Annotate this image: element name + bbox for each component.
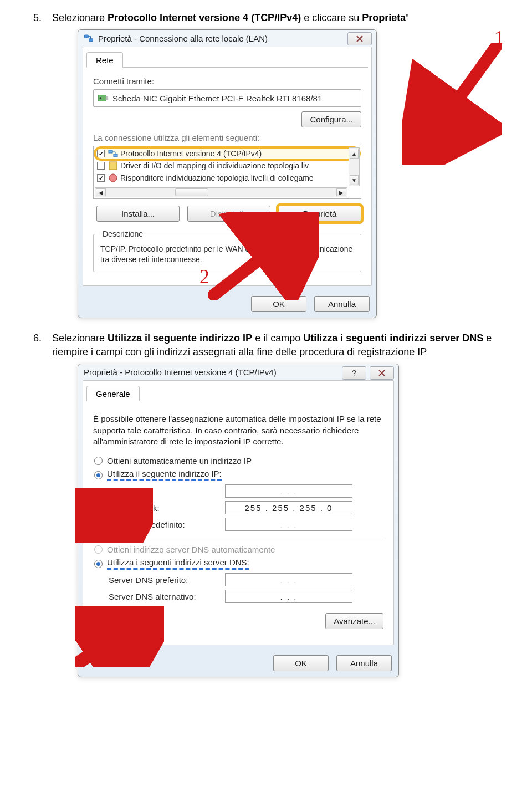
list-item-label: Driver di I/O del mapping di individuazi… — [120, 161, 309, 170]
tcpip-properties-dialog: Proprietà - Protocollo Internet versione… — [78, 364, 399, 677]
subnet-mask-input[interactable]: 255 . 255 . 255 . 0 — [225, 501, 352, 514]
gateway-row: Gateway predefinito: . . . — [109, 518, 383, 531]
separator — [93, 539, 383, 539]
checkbox-icon[interactable] — [97, 150, 105, 157]
radio-icon[interactable] — [94, 471, 103, 479]
advanced-button[interactable]: Avanzate... — [325, 613, 383, 629]
radio-auto-dns-row: Ottieni indirizzo server DNS automaticam… — [94, 545, 383, 554]
subnet-mask-row: Subnet mask: 255 . 255 . 255 . 0 — [109, 501, 383, 514]
scroll-track[interactable] — [106, 188, 336, 197]
lan-properties-dialog: Proprietà - Connessione alla rete locale… — [78, 29, 377, 318]
radio-label: Utilizza i seguenti indirizzi server DNS… — [107, 558, 249, 570]
dialog-title: Proprietà - Protocollo Internet versione… — [84, 367, 277, 377]
subnet-mask-label: Subnet mask: — [109, 503, 225, 513]
step-5-text: Selezionare Protocollo Internet versione… — [52, 11, 408, 25]
list-item-driverio[interactable]: Driver di I/O del mapping di individuazi… — [95, 160, 360, 172]
properties-button[interactable]: Proprietà — [278, 206, 361, 222]
checkbox-icon[interactable] — [97, 174, 105, 182]
uninstall-button: Disinstalla — [187, 206, 270, 222]
radio-auto-ip-row[interactable]: Ottieni automaticamente un indirizzo IP — [94, 456, 383, 466]
vertical-scrollbar[interactable]: ▲ ▼ — [349, 147, 360, 186]
step-6-text: Selezionare Utilizza il seguente indiriz… — [52, 331, 499, 359]
horizontal-scrollbar[interactable]: ◀ ▶ — [95, 187, 347, 197]
dialog-2-wrapper: Proprietà - Protocollo Internet versione… — [78, 364, 499, 677]
svg-rect-1 — [89, 39, 93, 42]
items-label: La connessione utilizza gli elementi seg… — [93, 133, 361, 142]
svg-point-4 — [100, 97, 102, 99]
dns-preferred-input[interactable]: . . . — [225, 573, 352, 586]
ip-address-row: Indirizzo IP: . . . — [109, 484, 383, 498]
titlebar: Proprietà - Protocollo Internet versione… — [78, 364, 398, 380]
tab-row: Rete — [86, 52, 368, 68]
list-item-label: Risponditore individuazione topologia li… — [120, 173, 314, 182]
ok-cancel-row: OK Annulla — [78, 650, 398, 677]
radio-manual-dns-row[interactable]: Utilizza i seguenti indirizzi server DNS… — [94, 558, 383, 570]
install-button[interactable]: Installa... — [96, 206, 180, 222]
tab-content: È possibile ottenere l'assegnazione auto… — [83, 401, 393, 638]
ok-button[interactable]: OK — [273, 655, 329, 671]
annotation-marker-2: 2 — [200, 265, 209, 288]
step-5-number: 5. — [33, 11, 45, 25]
advanced-row: Avanzate... — [93, 613, 383, 629]
driver-icon — [108, 161, 118, 171]
dns-alternate-row: Server DNS alternativo: . . . — [109, 590, 383, 603]
connect-via-label: Connetti tramite: — [93, 76, 361, 86]
components-listbox[interactable]: Protocollo Internet versione 4 (TCP/IPv4… — [93, 146, 361, 199]
dns-alternate-input[interactable]: . . . — [225, 590, 352, 603]
tab-generale[interactable]: Generale — [86, 386, 140, 401]
dialog-body: Generale È possibile ottenere l'assegnaz… — [83, 380, 394, 645]
svg-rect-2 — [98, 95, 106, 101]
configure-row: Configura... — [93, 111, 361, 127]
list-item-tcpip[interactable]: Protocollo Internet versione 4 (TCP/IPv4… — [95, 147, 360, 160]
info-text: È possibile ottenere l'assegnazione auto… — [93, 413, 383, 447]
radio-icon — [94, 545, 103, 554]
dialog-body: Rete Connetti tramite: Scheda NIC Gigabi… — [83, 47, 372, 286]
list-item-label: Protocollo Internet versione 4 (TCP/IPv4… — [120, 149, 262, 158]
network-icon — [84, 33, 94, 43]
radio-icon[interactable] — [94, 560, 103, 568]
dialog-title: Proprietà - Connessione alla rete locale… — [98, 34, 268, 43]
checkbox-icon[interactable] — [97, 162, 105, 170]
close-button[interactable] — [347, 32, 372, 45]
ok-button[interactable]: OK — [251, 296, 306, 312]
adapter-name: Scheda NIC Gigabit Ethemet PCI-E Realtek… — [112, 94, 322, 103]
svg-rect-7 — [109, 162, 117, 170]
radio-label: Utilizza il seguente indirizzo IP: — [107, 469, 222, 481]
radio-manual-ip-row[interactable]: Utilizza il seguente indirizzo IP: — [94, 469, 383, 481]
step-6-number: 6. — [33, 331, 45, 359]
step-6: 6. Selezionare Utilizza il seguente indi… — [33, 331, 499, 359]
scroll-up-button[interactable]: ▲ — [350, 149, 359, 159]
description-text: TCP/IP. Protocollo predefinito per le WA… — [100, 244, 354, 265]
configure-button[interactable]: Configura... — [301, 111, 361, 127]
help-button[interactable]: ? — [342, 366, 366, 380]
list-item-risponditore[interactable]: Risponditore individuazione topologia li… — [95, 172, 360, 184]
cancel-button[interactable]: Annulla — [336, 655, 392, 671]
tab-content: Connetti tramite: Scheda NIC Gigabit Eth… — [83, 68, 371, 279]
ip-address-input[interactable]: . . . — [225, 484, 352, 498]
dns-preferred-row: Server DNS preferito: . . . — [109, 573, 383, 586]
description-legend: Descrizione — [100, 229, 145, 238]
description-fieldset: Descrizione TCP/IP. Protocollo predefini… — [93, 229, 361, 272]
svg-rect-3 — [106, 96, 109, 100]
scroll-thumb[interactable] — [175, 188, 208, 196]
cancel-button[interactable]: Annulla — [314, 296, 370, 312]
radio-label: Ottieni automaticamente un indirizzo IP — [107, 456, 252, 466]
svg-point-8 — [109, 174, 117, 182]
adapter-field: Scheda NIC Gigabit Ethemet PCI-E Realtek… — [93, 89, 361, 107]
protocol-icon — [108, 149, 118, 159]
annotation-marker-1: 1 — [494, 26, 504, 49]
tab-rete[interactable]: Rete — [86, 52, 123, 68]
titlebar: Proprietà - Connessione alla rete locale… — [78, 30, 376, 47]
scroll-right-button[interactable]: ▶ — [336, 188, 346, 196]
responder-icon — [108, 173, 118, 183]
close-button[interactable] — [370, 366, 394, 380]
annotation-arrow-1 — [402, 43, 502, 165]
radio-icon[interactable] — [94, 457, 103, 465]
dns-alternate-label: Server DNS alternativo: — [109, 592, 225, 601]
gateway-input[interactable]: . . . — [225, 518, 352, 531]
dns-preferred-label: Server DNS preferito: — [109, 575, 225, 585]
tab-row: Generale — [86, 385, 390, 401]
scroll-down-button[interactable]: ▼ — [350, 175, 359, 185]
scroll-left-button[interactable]: ◀ — [96, 188, 106, 196]
svg-rect-0 — [85, 35, 89, 38]
